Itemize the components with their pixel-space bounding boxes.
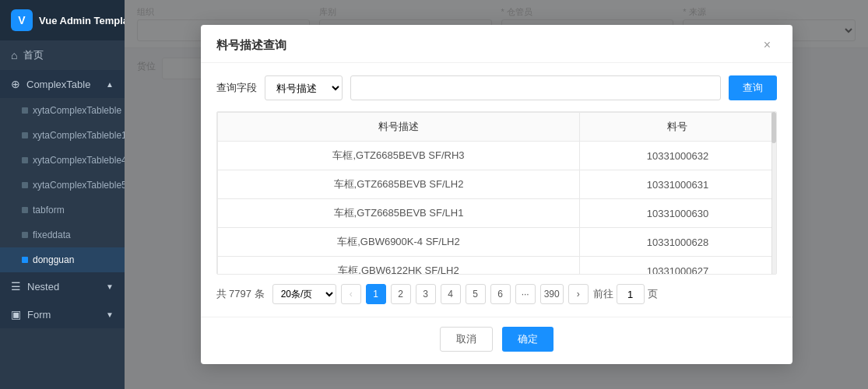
sidebar-section-form[interactable]: ▣ Form ▼ bbox=[0, 300, 125, 328]
chevron-down-icon-nested: ▼ bbox=[106, 282, 114, 291]
sidebar-sub-label-5: fixeddata bbox=[33, 230, 71, 240]
table-row[interactable]: 车框,GTZ6685BEVB SF/LH210331000631 bbox=[217, 170, 775, 199]
modal-body: 查询字段 料号描述 查询 料号描述 料号 bbox=[201, 63, 792, 317]
sidebar-section-nested[interactable]: ☰ Nested ▼ bbox=[0, 272, 125, 300]
sidebar-sub-label-2: xytaComplexTableble4 bbox=[33, 155, 125, 166]
table-row[interactable]: 车框,GTZ6685BEVB SF/LH110331000630 bbox=[217, 199, 775, 228]
modal: 料号描述查询 × 查询字段 料号描述 查询 bbox=[201, 25, 792, 364]
sidebar-section-form-label: Form bbox=[27, 309, 51, 321]
table-cell-part: 10331000630 bbox=[580, 199, 775, 228]
page-goto-input[interactable] bbox=[617, 284, 645, 304]
sidebar: V Vue Admin Template ⌂ 首页 ⊕ ComplexTable… bbox=[0, 0, 125, 389]
page-next-button[interactable]: › bbox=[568, 284, 589, 304]
sub-item-icon-1 bbox=[22, 132, 28, 138]
chevron-down-icon-form: ▼ bbox=[106, 310, 114, 319]
cancel-button[interactable]: 取消 bbox=[440, 327, 493, 352]
page-size-select[interactable]: 20条/页 10条/页 50条/页 100条/页 bbox=[272, 284, 336, 304]
main-content: 组织 库别 * 仓管员 请选择 * 来源 请选择 货位 bbox=[125, 0, 868, 389]
search-button[interactable]: 查询 bbox=[729, 75, 777, 100]
table-cell-desc: 车框,GTZ6685BEVB SF/LH1 bbox=[217, 199, 580, 228]
data-table: 料号描述 料号 车框,GTZ6685BEVB SF/RH310331000632… bbox=[217, 112, 776, 275]
modal-footer: 取消 确定 bbox=[201, 317, 792, 364]
sub-item-icon-4 bbox=[22, 207, 28, 213]
sidebar-sub-item-0[interactable]: xytaComplexTableble bbox=[0, 98, 125, 123]
search-field-select[interactable]: 料号描述 bbox=[265, 75, 343, 100]
chevron-up-icon: ▲ bbox=[106, 80, 114, 89]
sidebar-item-label-home: 首页 bbox=[23, 48, 44, 62]
sidebar-sub-label-3: xytaComplexTableble5 bbox=[33, 180, 125, 191]
modal-overlay: 料号描述查询 × 查询字段 料号描述 查询 bbox=[125, 0, 868, 389]
scroll-track bbox=[771, 112, 776, 274]
form-icon: ▣ bbox=[11, 308, 21, 321]
page-goto-label: 前往 bbox=[593, 287, 613, 301]
table-row[interactable]: 车框,GTZ6685BEVB SF/RH310331000632 bbox=[217, 142, 775, 170]
sub-item-icon-0 bbox=[22, 107, 28, 114]
table-cell-part: 10331000632 bbox=[580, 142, 775, 170]
page-goto-suffix: 页 bbox=[648, 287, 658, 301]
table-header-col2: 料号 bbox=[580, 113, 775, 142]
sidebar-sub-item-4[interactable]: tabform bbox=[0, 198, 125, 223]
modal-close-button[interactable]: × bbox=[758, 36, 777, 54]
modal-title: 料号描述查询 bbox=[216, 38, 286, 53]
sidebar-sub-item-1[interactable]: xytaComplexTableble1 bbox=[0, 123, 125, 148]
table-cell-desc: 车框,GTZ6685BEVB SF/RH3 bbox=[217, 142, 580, 170]
sidebar-section-complex-table[interactable]: ⊕ ComplexTable ▲ bbox=[0, 70, 125, 98]
search-row: 查询字段 料号描述 查询 bbox=[216, 75, 777, 100]
table-cell-desc: 车框,GBW6900K-4 SF/LH2 bbox=[217, 228, 580, 257]
page-btn-5[interactable]: 5 bbox=[466, 284, 486, 304]
sidebar-logo: V Vue Admin Template bbox=[0, 0, 125, 40]
page-btn-3[interactable]: 3 bbox=[416, 284, 436, 304]
sidebar-sub-label-1: xytaComplexTableble1 bbox=[33, 130, 125, 141]
confirm-button[interactable]: 确定 bbox=[502, 327, 553, 352]
sidebar-sub-item-6[interactable]: dongguan bbox=[0, 247, 125, 272]
app-title: Vue Admin Template bbox=[39, 15, 125, 26]
sidebar-sub-item-3[interactable]: xytaComplexTableble5 bbox=[0, 173, 125, 198]
table-header-col1: 料号描述 bbox=[217, 113, 580, 142]
page-ellipsis: ··· bbox=[515, 284, 536, 304]
page-btn-4[interactable]: 4 bbox=[441, 284, 461, 304]
sidebar-sub-label-6: dongguan bbox=[33, 254, 74, 265]
page-btn-390[interactable]: 390 bbox=[540, 284, 564, 304]
sidebar-sub-label-0: xytaComplexTableble bbox=[33, 105, 121, 116]
page-btn-1[interactable]: 1 bbox=[366, 284, 386, 304]
sidebar-sub-label-4: tabform bbox=[33, 205, 65, 216]
table-cell-part: 10331000628 bbox=[580, 228, 775, 257]
page-prev-button[interactable]: ‹ bbox=[341, 284, 361, 304]
sidebar-section-label: ComplexTable bbox=[26, 79, 90, 90]
table-cell-desc: 车框,GBW6122HK SF/LH2 bbox=[217, 257, 580, 275]
sidebar-sub-item-5[interactable]: fixeddata bbox=[0, 223, 125, 247]
home-icon: ⌂ bbox=[11, 49, 17, 61]
complex-table-icon: ⊕ bbox=[11, 78, 20, 90]
search-input[interactable] bbox=[350, 75, 721, 100]
sub-item-icon-2 bbox=[22, 157, 28, 163]
page-btn-2[interactable]: 2 bbox=[391, 284, 411, 304]
sidebar-item-home[interactable]: ⌂ 首页 bbox=[0, 40, 125, 70]
sub-item-icon-5 bbox=[22, 232, 28, 238]
nested-icon: ☰ bbox=[11, 280, 21, 293]
modal-header: 料号描述查询 × bbox=[201, 25, 792, 63]
table-inner[interactable]: 料号描述 料号 车框,GTZ6685BEVB SF/RH310331000632… bbox=[217, 112, 776, 275]
page-goto: 前往 页 bbox=[593, 284, 658, 304]
sub-item-icon-6 bbox=[22, 257, 28, 263]
sidebar-section-nested-label: Nested bbox=[27, 281, 59, 293]
table-row[interactable]: 车框,GBW6122HK SF/LH210331000627 bbox=[217, 257, 775, 275]
scroll-thumb bbox=[771, 112, 776, 143]
pagination-total: 共 7797 条 bbox=[216, 287, 265, 301]
logo-icon: V bbox=[11, 9, 33, 31]
table-cell-desc: 车框,GTZ6685BEVB SF/LH2 bbox=[217, 170, 580, 199]
table-row[interactable]: 车框,GBW6900K-4 SF/LH210331000628 bbox=[217, 228, 775, 257]
pagination: 共 7797 条 20条/页 10条/页 50条/页 100条/页 ‹ 1 2 … bbox=[216, 284, 777, 304]
table-cell-part: 10331000631 bbox=[580, 170, 775, 199]
table-wrap: 料号描述 料号 车框,GTZ6685BEVB SF/RH310331000632… bbox=[216, 111, 777, 275]
sub-item-icon-3 bbox=[22, 182, 28, 188]
table-cell-part: 10331000627 bbox=[580, 257, 775, 275]
sidebar-sub-item-2[interactable]: xytaComplexTableble4 bbox=[0, 148, 125, 173]
search-field-label: 查询字段 bbox=[216, 81, 257, 95]
page-btn-6[interactable]: 6 bbox=[490, 284, 511, 304]
